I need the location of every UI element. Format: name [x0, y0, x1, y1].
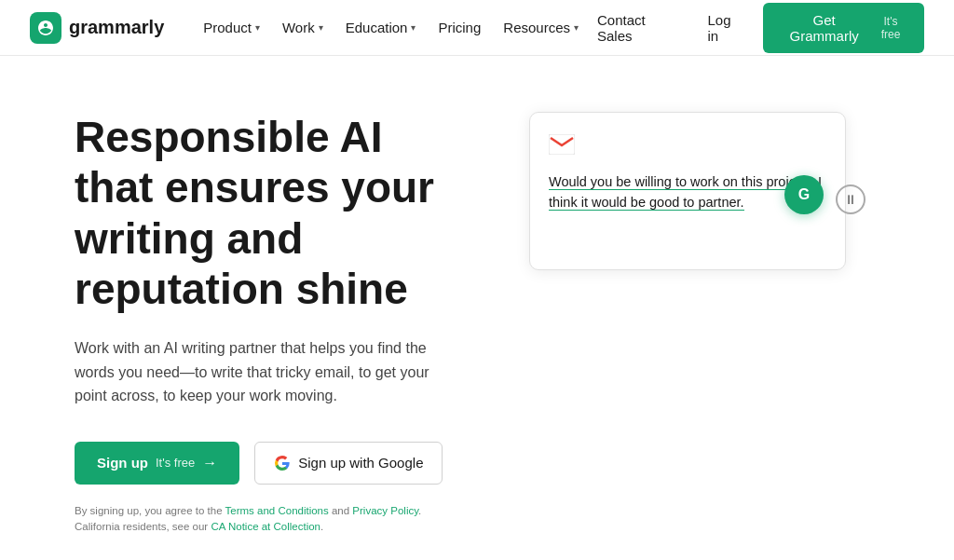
nav-product-label: Product	[203, 20, 252, 35]
nav-right: Contact Sales Log in Get Grammarly It's …	[588, 3, 924, 53]
get-grammarly-label: Get Grammarly	[780, 12, 868, 44]
hero-section: Responsible AI that ensures your writing…	[0, 56, 954, 560]
hero-disclaimer: By signing up, you agree to the Terms an…	[75, 503, 458, 536]
nav-left: grammarly Product ▾ Work ▾ Education ▾ P…	[30, 12, 588, 44]
chevron-down-icon: ▾	[411, 22, 416, 33]
google-signup-label: Sign up with Google	[298, 455, 423, 471]
nav-item-education[interactable]: Education ▾	[336, 14, 426, 41]
signup-free-text: It's free	[156, 456, 195, 470]
get-grammarly-sub: It's free	[874, 15, 907, 41]
nav-pricing-label: Pricing	[438, 20, 481, 35]
nav-menu: Product ▾ Work ▾ Education ▾ Pricing Res…	[194, 14, 588, 41]
disclaimer-text: By signing up, you agree to the	[75, 505, 225, 516]
privacy-link[interactable]: Privacy Policy	[352, 505, 418, 516]
nav-item-resources[interactable]: Resources ▾	[494, 14, 588, 41]
google-icon	[274, 455, 291, 471]
hero-subtitle: Work with an AI writing partner that hel…	[75, 336, 458, 408]
logo-wordmark: grammarly	[69, 17, 164, 38]
google-signup-button[interactable]: Sign up with Google	[254, 442, 443, 485]
get-grammarly-button[interactable]: Get Grammarly It's free	[763, 3, 924, 53]
hero-title: Responsible AI that ensures your writing…	[75, 112, 458, 314]
email-underlined-text: Would you be willing to work on this pro…	[549, 174, 822, 211]
grammarly-floating-badge: G	[784, 175, 824, 214]
gmail-icon	[549, 131, 575, 157]
logo-icon	[30, 12, 61, 44]
arrow-icon: →	[202, 455, 217, 471]
chevron-down-icon: ▾	[255, 22, 260, 33]
navbar: grammarly Product ▾ Work ▾ Education ▾ P…	[0, 0, 954, 56]
hero-left: Responsible AI that ensures your writing…	[75, 112, 496, 535]
signup-label: Sign up	[97, 455, 148, 471]
terms-link[interactable]: Terms and Conditions	[225, 505, 329, 516]
nav-resources-label: Resources	[503, 20, 570, 35]
login-button[interactable]: Log in	[699, 7, 753, 49]
hero-ctas: Sign up It's free → Sign up with Google	[75, 442, 458, 485]
email-header	[549, 131, 826, 157]
nav-work-label: Work	[282, 20, 315, 35]
logo[interactable]: grammarly	[30, 12, 164, 44]
nav-education-label: Education	[346, 20, 408, 35]
ca-notice-link[interactable]: CA Notice at Collection	[211, 521, 320, 532]
signup-button[interactable]: Sign up It's free →	[75, 442, 239, 485]
pause-button[interactable]: ⏸	[836, 184, 865, 214]
contact-sales-button[interactable]: Contact Sales	[588, 7, 688, 49]
nav-item-product[interactable]: Product ▾	[194, 14, 269, 41]
nav-item-pricing[interactable]: Pricing	[429, 14, 490, 41]
nav-item-work[interactable]: Work ▾	[273, 14, 333, 41]
chevron-down-icon: ▾	[574, 22, 579, 33]
chevron-down-icon: ▾	[319, 22, 323, 33]
hero-right: Would you be willing to work on this pro…	[496, 112, 879, 270]
